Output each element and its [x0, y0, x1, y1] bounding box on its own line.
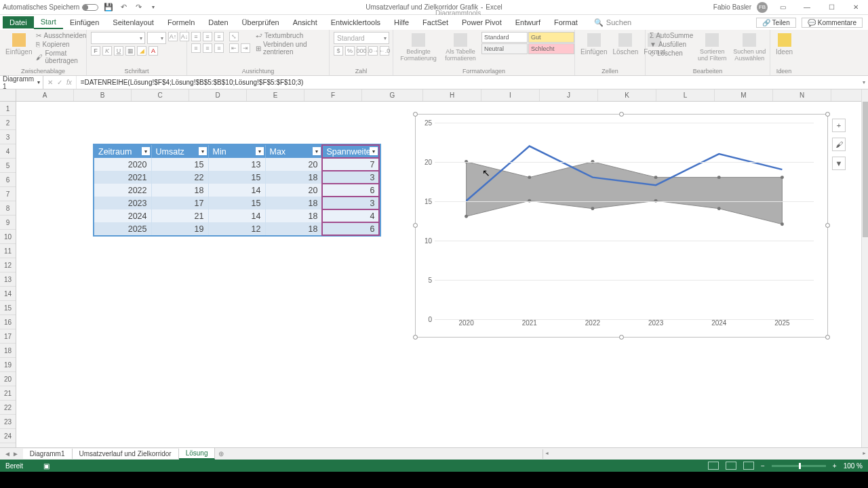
table-cell[interactable]: 20	[265, 158, 322, 171]
find-select-button[interactable]: Suchen und Auswählen	[731, 32, 768, 63]
row-header[interactable]: 5	[0, 159, 16, 173]
zoom-in-icon[interactable]: +	[833, 462, 837, 470]
insert-cells-button[interactable]: Einfügen	[579, 32, 608, 57]
tab-formulas[interactable]: Formeln	[161, 16, 201, 28]
row-header[interactable]: 14	[0, 287, 16, 301]
tab-help[interactable]: Hilfe	[387, 16, 416, 28]
table-cell[interactable]: 2020	[94, 158, 151, 171]
row-header[interactable]: 13	[0, 272, 16, 287]
fill-color-icon[interactable]: ◢	[137, 46, 146, 56]
table-cell[interactable]: 18	[151, 184, 208, 197]
clear-button[interactable]: ◇ Löschen	[650, 49, 693, 57]
column-header[interactable]: N	[773, 89, 831, 101]
close-icon[interactable]: ✕	[846, 1, 865, 14]
column-header[interactable]: A	[16, 89, 74, 101]
row-header[interactable]: 3	[0, 130, 16, 144]
minimize-icon[interactable]: —	[797, 1, 816, 14]
table-cell[interactable]: 18	[265, 197, 322, 209]
cut-button[interactable]: ✂ Ausschneiden	[36, 32, 86, 39]
align-right-icon[interactable]: ≡	[214, 43, 224, 53]
zoom-slider[interactable]	[772, 465, 826, 467]
table-cell[interactable]: 18	[265, 222, 322, 235]
sheet-tab-loesung[interactable]: Lösung	[179, 448, 216, 460]
row-header[interactable]: 24	[0, 429, 16, 443]
share-button[interactable]: 🔗 Teilen	[756, 18, 796, 28]
border-icon[interactable]: ▦	[125, 46, 135, 56]
table-header[interactable]: Umsatz▾	[151, 145, 208, 158]
table-cell[interactable]: 18	[265, 209, 322, 222]
add-sheet-icon[interactable]: ⊕	[215, 450, 227, 458]
table-cell[interactable]: 15	[151, 158, 208, 171]
paste-button[interactable]: Einfügen	[4, 32, 33, 57]
row-header[interactable]: 21	[0, 386, 16, 401]
row-header[interactable]: 1	[0, 102, 16, 116]
column-header[interactable]: M	[715, 89, 773, 101]
table-cell[interactable]: 15	[208, 197, 265, 209]
tab-review[interactable]: Überprüfen	[235, 16, 286, 28]
table-cell[interactable]: 3	[322, 197, 379, 209]
tab-design[interactable]: Entwurf	[509, 16, 547, 28]
row-header[interactable]: 23	[0, 415, 16, 429]
table-cell[interactable]: 21	[151, 209, 208, 222]
spreadsheet-grid[interactable]: 123456789101112131415161718192021222324 …	[0, 89, 868, 447]
row-header[interactable]: 20	[0, 372, 16, 386]
column-header[interactable]: B	[74, 89, 132, 101]
column-header[interactable]: L	[656, 89, 715, 101]
column-header[interactable]: H	[423, 89, 481, 101]
qat-dropdown-icon[interactable]: ▾	[149, 3, 158, 12]
row-header[interactable]: 6	[0, 173, 16, 187]
align-center-icon[interactable]: ≡	[203, 43, 212, 53]
tab-start[interactable]: Start	[34, 16, 63, 29]
table-cell[interactable]: 14	[208, 209, 265, 222]
row-header[interactable]: 4	[0, 144, 16, 159]
table-header[interactable]: Min▾	[208, 145, 265, 158]
autosave-toggle[interactable]: Automatisches Speichern	[3, 3, 98, 11]
data-table[interactable]: Zeitraum▾Umsatz▾Min▾Max▾Spannweite▾20201…	[93, 144, 381, 237]
currency-icon[interactable]: $	[334, 46, 343, 56]
zoom-out-icon[interactable]: −	[761, 462, 765, 470]
row-header[interactable]: 22	[0, 401, 16, 415]
row-header[interactable]: 18	[0, 344, 16, 358]
row-header[interactable]: 7	[0, 187, 16, 201]
merge-center-button[interactable]: ⊞ Verbinden und zentrieren	[256, 41, 325, 56]
font-family-dropdown[interactable]	[91, 32, 145, 44]
indent-increase-icon[interactable]: ⇥	[241, 43, 250, 53]
delete-cells-button[interactable]: Löschen	[611, 32, 639, 57]
sheet-tab-diagramm1[interactable]: Diagramm1	[23, 449, 73, 459]
fx-icon[interactable]: fx	[66, 79, 72, 86]
chart-styles-icon[interactable]: 🖌	[832, 138, 846, 151]
table-cell[interactable]: 7	[322, 158, 379, 171]
table-cell[interactable]: 2024	[94, 209, 151, 222]
row-header[interactable]: 12	[0, 258, 16, 272]
ribbon-options-icon[interactable]: ▭	[773, 1, 792, 14]
wrap-text-button[interactable]: ⮐ Textumbruch	[256, 32, 325, 39]
column-header[interactable]: E	[247, 89, 304, 101]
align-bottom-icon[interactable]: ≡	[214, 32, 224, 41]
maximize-icon[interactable]: ☐	[822, 1, 841, 14]
tab-factset[interactable]: FactSet	[416, 16, 455, 28]
table-cell[interactable]: 14	[208, 184, 265, 197]
redo-icon[interactable]: ↷	[134, 3, 143, 12]
row-header[interactable]: 9	[0, 216, 16, 230]
font-size-dropdown[interactable]	[147, 32, 166, 44]
row-header[interactable]: 17	[0, 329, 16, 344]
tab-pagelayout[interactable]: Seitenlayout	[106, 16, 161, 28]
undo-icon[interactable]: ↶	[119, 3, 128, 12]
column-header[interactable]: C	[132, 89, 189, 101]
chart-elements-icon[interactable]: +	[832, 119, 846, 132]
increase-decimal-icon[interactable]: .0→	[368, 46, 378, 56]
row-header[interactable]: 19	[0, 358, 16, 372]
table-cell[interactable]: 12	[208, 222, 265, 235]
chart-plot-area[interactable]: 0510152025 202020212022202320242025	[435, 123, 814, 318]
save-icon[interactable]: 💾	[104, 3, 113, 12]
page-break-view-icon[interactable]	[743, 462, 754, 470]
tab-view[interactable]: Ansicht	[286, 16, 324, 28]
align-left-icon[interactable]: ≡	[191, 43, 201, 53]
cell-styles-gallery[interactable]: Standard Gut Neutral Schlecht	[481, 32, 574, 54]
table-cell[interactable]: 2022	[94, 184, 151, 197]
comma-icon[interactable]: 000	[357, 46, 366, 56]
tell-me-search[interactable]: 🔍 Suchen	[594, 18, 631, 27]
table-cell[interactable]: 22	[151, 171, 208, 184]
tab-developer[interactable]: Entwicklertools	[324, 16, 387, 28]
table-header[interactable]: Max▾	[265, 145, 322, 158]
